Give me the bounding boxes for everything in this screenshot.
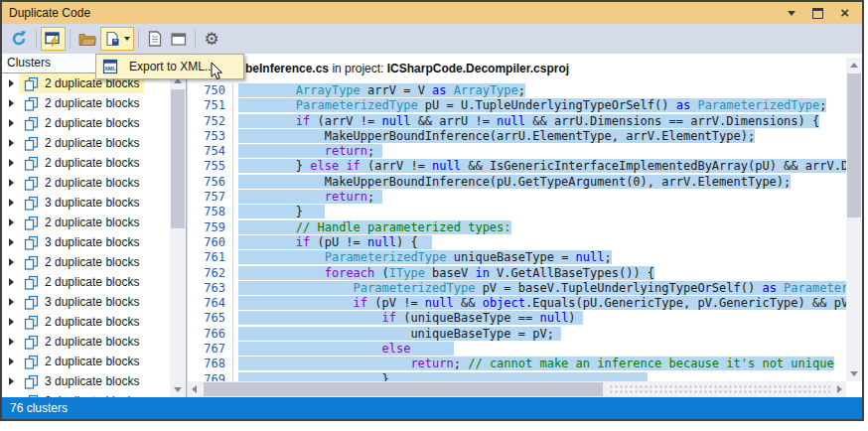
cluster-label: 2 duplicate blocks <box>45 275 139 289</box>
toolbar-separator <box>195 29 196 49</box>
cluster-row-body[interactable]: 3 duplicate blocks <box>19 193 144 213</box>
new-window-button[interactable] <box>167 27 191 51</box>
line-number: 767 <box>188 342 233 357</box>
scrollbar-thumb[interactable] <box>171 89 185 228</box>
editor-vertical-scrollbar[interactable] <box>846 58 862 381</box>
code-line: 764 if (pV != null && object.Equals(pU.G… <box>188 296 846 311</box>
export-to-xml-menu-item[interactable]: Export to XML... <box>129 60 215 73</box>
cluster-row[interactable]: 3 duplicate blocks <box>2 232 170 252</box>
scrollbar-thumb[interactable] <box>204 382 603 396</box>
code-area[interactable]: 750 ArrayType arrV = V as ArrayType;751 … <box>188 83 846 381</box>
cluster-row[interactable]: 2 duplicate blocks <box>2 93 170 113</box>
scroll-right-icon[interactable] <box>837 385 842 393</box>
expander-chevron-right-icon[interactable] <box>9 358 14 365</box>
scroll-left-icon[interactable] <box>192 385 197 393</box>
cluster-row-body[interactable]: 2 duplicate blocks <box>19 113 144 133</box>
cluster-label: 3 duplicate blocks <box>45 196 139 210</box>
expander-chevron-right-icon[interactable] <box>9 338 14 346</box>
duplicate-blocks-icon <box>24 76 39 91</box>
cluster-row[interactable]: 3 duplicate blocks <box>2 371 170 391</box>
cluster-row-body[interactable]: 3 duplicate blocks <box>19 371 144 391</box>
code-line: 766 uniqueBaseType = pV; <box>188 327 846 342</box>
window-menu-chevron-down-icon[interactable] <box>788 11 796 16</box>
code-line: 750 ArrayType arrV = V as ArrayType; <box>188 83 846 98</box>
scroll-down-icon[interactable] <box>174 387 182 392</box>
cluster-row-body[interactable]: 2 duplicate blocks <box>19 153 144 173</box>
expander-chevron-right-icon[interactable] <box>9 199 14 207</box>
scrollbar-thumb[interactable] <box>847 73 861 217</box>
cluster-row[interactable]: 2 duplicate blocks <box>2 213 170 232</box>
expander-chevron-right-icon[interactable] <box>9 377 14 385</box>
expander-chevron-right-icon[interactable] <box>9 139 14 147</box>
cluster-row-body[interactable]: 3 duplicate blocks <box>19 232 144 252</box>
expander-chevron-right-icon[interactable] <box>9 179 14 187</box>
window-title: Duplicate Code <box>9 6 90 20</box>
code-line: 759 // Handle parameterized types: <box>188 220 846 235</box>
cluster-label: 2 duplicate blocks <box>45 355 139 368</box>
code-line: 751 ParameterizedType pU = U.TupleUnderl… <box>188 98 846 113</box>
toolbar-separator <box>36 29 37 49</box>
code-line: 756 MakeUpperBoundInference(pU.GetTypeAr… <box>188 175 846 190</box>
cluster-row[interactable]: 2 duplicate blocks <box>2 133 170 153</box>
cluster-row[interactable]: 2 duplicate blocks <box>2 153 170 173</box>
cluster-row[interactable]: 2 duplicate blocks <box>2 173 170 193</box>
code-line: 761 ParameterizedType uniqueBaseType = n… <box>188 250 846 265</box>
expander-chevron-right-icon[interactable] <box>9 258 14 266</box>
expander-chevron-right-icon[interactable] <box>9 79 14 87</box>
expander-chevron-right-icon[interactable] <box>9 298 14 306</box>
refresh-button[interactable] <box>6 27 32 51</box>
cluster-row-body[interactable]: 2 duplicate blocks <box>19 133 144 153</box>
cluster-row[interactable]: 2 duplicate blocks <box>2 252 170 272</box>
open-button[interactable] <box>74 27 100 51</box>
run-analysis-button[interactable] <box>41 27 66 51</box>
editor-horizontal-scrollbar[interactable] <box>188 381 846 397</box>
code-line: 763 ParameterizedType pV = baseV.TupleUn… <box>188 281 846 296</box>
close-icon[interactable]: × <box>840 7 849 19</box>
line-number: 754 <box>188 144 233 159</box>
cluster-row[interactable]: 3 duplicate blocks <box>2 292 170 312</box>
editor-header: beInference.cs in project: ICSharpCode.D… <box>188 54 862 83</box>
cluster-label: 2 duplicate blocks <box>45 176 139 190</box>
expander-chevron-right-icon[interactable] <box>9 238 14 246</box>
cluster-row-body[interactable]: 2 duplicate blocks <box>19 352 144 371</box>
cluster-row-body[interactable]: 3 duplicate blocks <box>19 292 144 312</box>
expander-chevron-right-icon[interactable] <box>9 278 14 286</box>
cluster-row-body[interactable]: 2 duplicate blocks <box>19 252 144 272</box>
cluster-row-body[interactable]: 2 duplicate blocks <box>19 272 144 292</box>
scroll-down-icon[interactable] <box>850 371 858 376</box>
expander-chevron-right-icon[interactable] <box>9 99 14 107</box>
duplicate-blocks-icon <box>24 315 39 330</box>
code-line-text: } else if (arrV != null && IsGenericInte… <box>238 159 846 173</box>
line-number: 751 <box>188 98 233 113</box>
title-bar[interactable]: Duplicate Code × <box>2 2 862 24</box>
cluster-row[interactable]: 2 duplicate blocks <box>2 113 170 133</box>
cluster-row-body[interactable]: 2 duplicate blocks <box>19 312 144 332</box>
mouse-cursor <box>211 62 222 80</box>
expander-chevron-right-icon[interactable] <box>9 318 14 326</box>
export-button[interactable] <box>100 27 134 51</box>
cluster-row[interactable]: 2 duplicate blocks <box>2 312 170 332</box>
expander-chevron-right-icon[interactable] <box>9 119 14 127</box>
expander-chevron-right-icon[interactable] <box>9 159 14 167</box>
float-window-icon[interactable] <box>812 8 823 19</box>
settings-button[interactable]: ⚙ <box>200 27 223 51</box>
clusters-scrollbar[interactable] <box>170 73 186 397</box>
export-dropdown-chevron-down-icon[interactable] <box>124 37 130 41</box>
cluster-row[interactable]: 2 duplicate blocks <box>2 332 170 352</box>
xml-file-icon: XML <box>102 59 118 74</box>
duplicate-blocks-icon <box>24 355 39 369</box>
expander-chevron-right-icon[interactable] <box>9 218 14 226</box>
cluster-row-body[interactable]: 2 duplicate blocks <box>19 93 144 113</box>
cluster-row-body[interactable]: 2 duplicate blocks <box>19 213 144 232</box>
code-editor-panel: beInference.cs in project: ICSharpCode.D… <box>188 54 862 397</box>
line-number: 764 <box>188 296 233 311</box>
cluster-row-body[interactable]: 2 duplicate blocks <box>19 173 144 193</box>
cluster-row[interactable]: 2 duplicate blocks <box>2 352 170 371</box>
scroll-up-icon[interactable] <box>850 63 858 68</box>
code-line-text: foreach (IType baseV in V.GetAllBaseType… <box>238 266 654 280</box>
view-report-button[interactable] <box>143 27 167 51</box>
cluster-row[interactable]: 3 duplicate blocks <box>2 193 170 213</box>
cluster-row[interactable]: 2 duplicate blocks <box>2 272 170 292</box>
cluster-row-body[interactable]: 2 duplicate blocks <box>19 332 144 352</box>
cluster-label: 2 duplicate blocks <box>45 136 139 150</box>
